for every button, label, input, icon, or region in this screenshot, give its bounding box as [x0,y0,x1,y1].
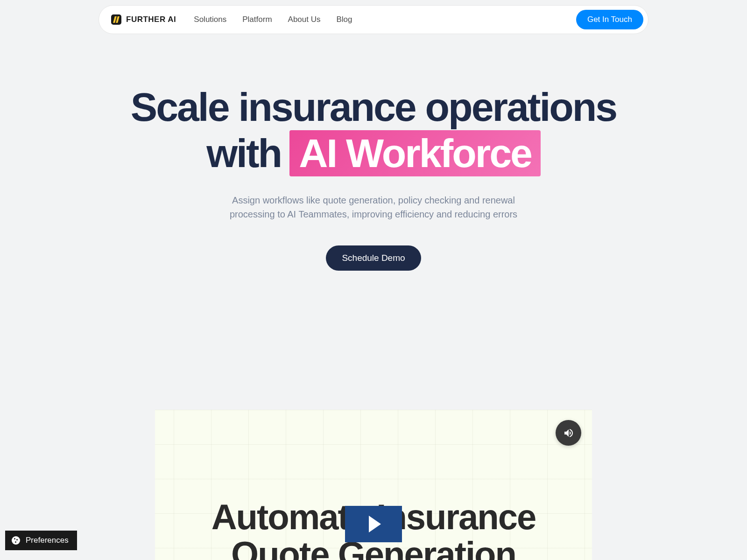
hero-title-line2: with AI Workforce [0,130,747,176]
hero-title-line1: Scale insurance operations [0,84,747,130]
preferences-label: Preferences [26,536,69,545]
video-section: Automate Insurance Quote Generation [155,410,592,560]
hero-highlight: AI Workforce [289,130,541,176]
cookie-icon [12,536,20,545]
schedule-demo-button[interactable]: Schedule Demo [326,245,421,271]
hero-with: with [206,130,281,176]
nav-solutions[interactable]: Solutions [194,15,226,24]
play-button[interactable] [345,506,402,542]
header-nav: FURTHER AI Solutions Platform About Us B… [99,5,648,34]
nav-about[interactable]: About Us [288,15,321,24]
preferences-button[interactable]: Preferences [5,531,77,550]
play-icon [369,516,381,532]
sound-button[interactable] [556,420,581,446]
hero-description: Assign workflows like quote generation, … [224,193,523,221]
volume-icon [563,427,574,439]
nav-links: Solutions Platform About Us Blog [194,15,352,24]
nav-blog[interactable]: Blog [336,15,352,24]
get-in-touch-button[interactable]: Get In Touch [576,10,643,29]
logo-text: FURTHER AI [126,15,176,24]
hero-section: Scale insurance operations with AI Workf… [0,84,747,271]
nav-platform[interactable]: Platform [242,15,272,24]
logo[interactable]: FURTHER AI [111,14,176,25]
logo-icon [111,14,121,25]
